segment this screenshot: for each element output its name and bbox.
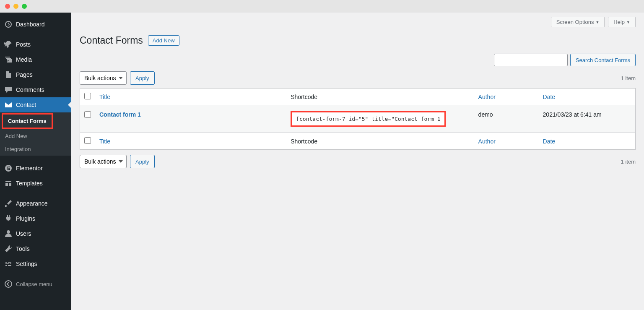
sidebar-item-pages[interactable]: Pages	[0, 67, 71, 82]
brush-icon	[4, 199, 13, 208]
sidebar-item-dashboard[interactable]: Dashboard	[0, 17, 71, 32]
svg-point-6	[5, 281, 12, 287]
sidebar-label: Tools	[16, 245, 30, 252]
apply-button-bottom[interactable]: Apply	[130, 155, 155, 168]
sidebar-item-templates[interactable]: Templates	[0, 176, 71, 191]
sidebar-item-contact[interactable]: Contact	[0, 97, 71, 112]
sidebar-label: Dashboard	[16, 21, 45, 28]
sidebar-item-settings[interactable]: Settings	[0, 256, 71, 271]
item-count-bottom: 1 item	[621, 159, 636, 165]
screen-meta-links: Screen Options ▼ Help ▼	[80, 13, 636, 27]
screen-options-toggle[interactable]: Screen Options ▼	[551, 17, 605, 27]
sidebar-label: Posts	[16, 41, 31, 48]
col-title-header[interactable]: Title	[99, 94, 110, 100]
sidebar-label: Appearance	[16, 200, 48, 207]
bulk-action-select-bottom[interactable]: Bulk actions	[80, 155, 127, 168]
sliders-icon	[4, 260, 13, 268]
page-title: Contact Forms	[80, 35, 143, 46]
col-author-header[interactable]: Author	[478, 94, 496, 100]
pin-icon	[4, 40, 13, 49]
sidebar-label: Settings	[16, 261, 37, 267]
sidebar-item-comments[interactable]: Comments	[0, 82, 71, 97]
main-content: Screen Options ▼ Help ▼ Contact Forms Ad…	[71, 13, 644, 310]
tablenav-bottom: Bulk actions Apply 1 item	[80, 155, 636, 168]
col-shortcode-header: Shortcode	[286, 89, 474, 105]
elementor-icon	[4, 164, 13, 172]
sidebar-label: Contact	[16, 102, 36, 108]
row-checkbox[interactable]	[84, 111, 91, 118]
svg-rect-1	[7, 167, 8, 170]
triangle-down-icon: ▼	[626, 20, 630, 24]
screen-options-label: Screen Options	[556, 19, 594, 25]
col-shortcode-footer: Shortcode	[286, 133, 474, 150]
minimize-window-button[interactable]	[13, 4, 18, 9]
sidebar-item-tools[interactable]: Tools	[0, 241, 71, 256]
submenu-item-contact-forms[interactable]: Contact Forms	[3, 115, 52, 128]
sidebar-label: Plugins	[16, 215, 35, 222]
collapse-menu-button[interactable]: Collapse menu	[0, 276, 71, 292]
submenu-item-add-new[interactable]: Add New	[0, 130, 71, 143]
sidebar-item-posts[interactable]: Posts	[0, 37, 71, 52]
row-date: 2021/03/23 at 6:41 am	[539, 105, 636, 133]
collapse-label: Collapse menu	[16, 281, 52, 287]
pages-icon	[4, 70, 13, 79]
sidebar-item-plugins[interactable]: Plugins	[0, 211, 71, 226]
sidebar-label: Media	[16, 56, 32, 63]
maximize-window-button[interactable]	[22, 4, 27, 9]
select-all-top[interactable]	[84, 93, 91, 99]
submenu-item-integration[interactable]: Integration	[0, 143, 71, 156]
sidebar-label: Comments	[16, 86, 44, 93]
sidebar-label: Users	[16, 230, 31, 237]
dashboard-icon	[4, 20, 13, 29]
apply-button-top[interactable]: Apply	[130, 71, 155, 85]
triangle-down-icon: ▼	[595, 20, 599, 24]
add-new-button[interactable]: Add New	[148, 35, 179, 46]
search-row: Search Contact Forms	[80, 54, 636, 66]
mail-icon	[4, 101, 13, 109]
help-toggle[interactable]: Help ▼	[608, 17, 636, 27]
table-row: Contact form 1 demo 2021/03/23 at 6:41 a…	[80, 105, 636, 133]
comments-icon	[4, 86, 13, 94]
col-date-header[interactable]: Date	[543, 94, 556, 100]
col-date-footer[interactable]: Date	[543, 138, 556, 145]
user-icon	[4, 229, 13, 238]
contact-submenu: Contact Forms Add New Integration	[0, 112, 71, 156]
col-title-footer[interactable]: Title	[99, 138, 110, 145]
window-titlebar	[0, 0, 644, 13]
wrench-icon	[4, 245, 13, 253]
shortcode-field[interactable]	[291, 111, 446, 127]
col-author-footer[interactable]: Author	[478, 138, 496, 145]
form-title-link[interactable]: Contact form 1	[99, 111, 141, 118]
row-author: demo	[474, 105, 539, 133]
select-all-bottom[interactable]	[84, 137, 91, 144]
media-icon	[4, 55, 13, 64]
sidebar-item-users[interactable]: Users	[0, 226, 71, 241]
close-window-button[interactable]	[5, 4, 10, 9]
sidebar-item-elementor[interactable]: Elementor	[0, 161, 71, 176]
svg-rect-3	[8, 168, 10, 169]
svg-point-5	[7, 230, 10, 234]
page-header: Contact Forms Add New	[80, 35, 636, 46]
tablenav-top: Bulk actions Apply 1 item	[80, 71, 636, 85]
sidebar-label: Templates	[16, 180, 43, 187]
sidebar-label: Pages	[16, 71, 33, 78]
search-button[interactable]: Search Contact Forms	[570, 54, 636, 66]
bulk-action-select-top[interactable]: Bulk actions	[80, 71, 127, 85]
contact-forms-table: Title Shortcode Author Date Contact form…	[80, 88, 636, 150]
item-count-top: 1 item	[621, 75, 636, 81]
templates-icon	[4, 179, 13, 188]
collapse-icon	[4, 280, 13, 288]
sidebar-label: Elementor	[16, 165, 43, 172]
svg-rect-2	[8, 167, 10, 167]
svg-rect-4	[8, 169, 10, 170]
admin-sidebar: Dashboard Posts Media Pages Comments Con…	[0, 13, 71, 310]
plug-icon	[4, 214, 13, 223]
sidebar-item-appearance[interactable]: Appearance	[0, 196, 71, 211]
help-label: Help	[613, 19, 625, 25]
submenu-highlight-box: Contact Forms	[2, 113, 53, 129]
search-input[interactable]	[494, 54, 568, 66]
sidebar-item-media[interactable]: Media	[0, 52, 71, 67]
